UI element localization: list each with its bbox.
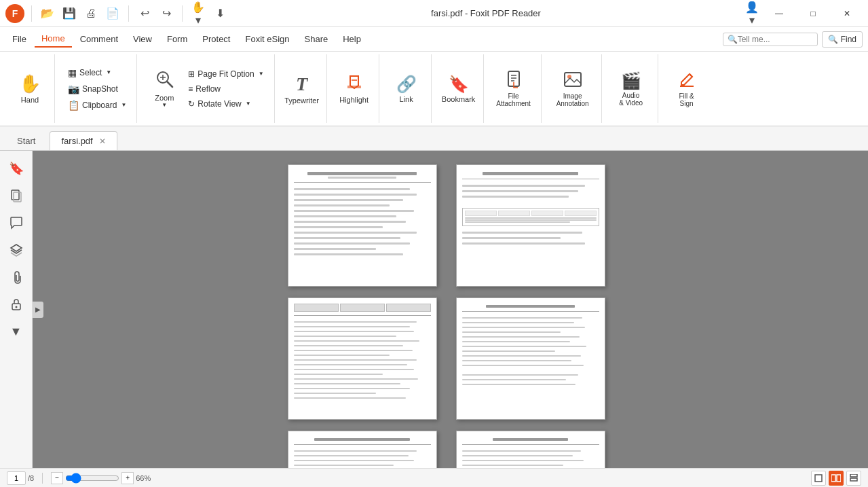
menu-foxit-esign[interactable]: Foxit eSign [238,31,296,47]
sidebar-expand-arrow[interactable]: ▶ [33,302,43,318]
ribbon-group-select: ▦ Select ▼ 📷 SnapShot 📋 Clipboard ▼ [58,54,137,123]
pdf-page-2 [456,164,605,287]
titlebar-separator [31,5,32,22]
main-area: 🔖 [0,151,868,468]
tab-close-farsi[interactable]: ✕ [99,137,106,146]
ribbon-group-highlight: Highlight [330,54,379,123]
hand-button[interactable]: ✋ Hand [12,65,48,113]
clipboard-icon: 📋 [68,100,79,111]
maximize-button[interactable]: □ [797,3,829,24]
layers-panel-button[interactable] [4,238,29,262]
page-input-area: /8 [7,471,34,485]
menu-help[interactable]: Help [336,31,368,47]
zoom-button[interactable]: Zoom ▼ [147,65,182,113]
view-mode-double[interactable] [829,471,844,486]
pages-panel-button[interactable] [4,183,29,208]
menu-file[interactable]: File [5,31,33,47]
page-fit-col: ⊞ Page Fit Option ▼ ≡ Reflow ↻ Rotate Vi… [185,67,267,111]
page-fit-icon: ⊞ [188,69,195,79]
clipboard-arrow: ▼ [121,102,126,108]
view-mode-buttons [811,471,861,486]
snapshot-button[interactable]: 📷 SnapShot [64,82,130,96]
menu-form[interactable]: Form [160,31,194,47]
rotate-view-button[interactable]: ↻ Rotate View ▼ [185,97,267,111]
page-count: /8 [28,474,34,482]
svg-rect-14 [14,192,21,202]
page-fit-button[interactable]: ⊞ Page Fit Option ▼ [185,67,267,81]
pdf-area[interactable] [33,151,868,468]
svg-rect-13 [12,190,19,200]
clipboard-button[interactable]: 📋 Clipboard ▼ [64,98,130,113]
save-button[interactable]: 💾 [60,5,78,22]
svg-rect-21 [850,478,857,481]
zoom-out-button[interactable]: − [51,472,63,484]
titlebar-separator3 [182,5,183,22]
image-annotation-button[interactable]: ImageAnnotation [551,65,595,113]
menu-home[interactable]: Home [35,31,72,48]
page-number-input[interactable] [7,471,26,485]
menu-share[interactable]: Share [298,31,335,47]
image-annotation-icon [563,70,582,91]
new-button[interactable]: 📄 [104,5,121,22]
reflow-button[interactable]: ≡ Reflow [185,82,267,96]
pdf-page-3-content [288,298,436,419]
select-arrow: ▼ [106,69,111,75]
ribbon-group-zoom-items: Zoom ▼ ⊞ Page Fit Option ▼ ≡ Reflow ↻ Ro… [147,54,267,123]
zoom-slider[interactable] [65,473,119,484]
undo-button[interactable]: ↩ [136,5,153,22]
svg-point-16 [15,306,17,308]
hand-tool-button[interactable]: ✋ ▾ [189,5,207,22]
left-sidebar: 🔖 [0,151,33,468]
tell-me-input[interactable] [738,35,813,44]
menubar-right: 🔍 🔍 Find [723,31,863,48]
zoom-in-button[interactable]: + [121,472,134,484]
more-panel-button[interactable]: ▼ [4,319,29,344]
ribbon-group-attachment: FileAttachment [487,54,542,123]
pdf-page-6 [456,431,605,468]
pdf-page-4-content [457,298,605,419]
link-button[interactable]: 🔗 Link [389,65,424,113]
bookmark-panel-button[interactable]: 🔖 [4,156,29,181]
view-mode-scroll[interactable] [846,471,861,486]
comments-panel-button[interactable] [4,211,29,235]
audio-video-button[interactable]: 🎬 Audio& Video [611,65,651,113]
ribbon-group-select-items: ▦ Select ▼ 📷 SnapShot 📋 Clipboard ▼ [64,54,130,123]
highlight-icon [345,73,364,94]
search-icon: 🔍 [728,35,738,44]
tab-farsi[interactable]: farsi.pdf ✕ [50,131,117,150]
tell-me-search[interactable]: 🔍 [723,33,818,46]
rotate-view-icon: ↻ [188,99,195,109]
menu-comment[interactable]: Comment [73,31,125,47]
titlebar-separator2 [128,5,129,22]
ribbon-group-fill-items: Fill &Sign [668,54,706,123]
view-mode-single[interactable] [811,471,826,486]
highlight-button[interactable]: Highlight [337,65,372,113]
pdf-page-6-content [457,431,605,468]
open-button[interactable]: 📂 [39,5,56,22]
file-attachment-button[interactable]: FileAttachment [493,65,534,113]
ribbon-group-bookmark: 🔖 Bookmark [434,54,484,123]
fill-sign-button[interactable]: Fill &Sign [668,65,706,113]
pdf-page-5-content [288,431,436,468]
account-button[interactable]: 👤 ▾ [743,5,761,22]
close-button[interactable]: ✕ [831,3,863,24]
zoom-icon [155,69,174,92]
print-button[interactable]: 🖨 [82,5,100,22]
pdf-page-1-content [288,165,436,286]
ribbon-group-bookmark-items: 🔖 Bookmark [441,54,476,123]
find-button[interactable]: 🔍 Find [822,31,863,48]
redo-button[interactable]: ↪ [157,5,175,22]
titlebar-right-controls: 👤 ▾ — □ ✕ [743,3,863,24]
typewriter-button[interactable]: T Typewriter [284,65,320,113]
down-button[interactable]: ⬇ [211,5,229,22]
security-panel-button[interactable] [4,292,29,317]
menu-view[interactable]: View [126,31,159,47]
select-button[interactable]: ▦ Select ▼ [64,65,130,80]
bookmark-button[interactable]: 🔖 Bookmark [441,65,476,113]
minimize-button[interactable]: — [763,3,795,24]
select-col: ▦ Select ▼ 📷 SnapShot 📋 Clipboard ▼ [64,65,130,113]
statusbar: /8 − + 66% [0,468,868,487]
tab-start[interactable]: Start [5,131,47,150]
attachments-panel-button[interactable] [4,265,29,289]
menu-protect[interactable]: Protect [195,31,237,47]
